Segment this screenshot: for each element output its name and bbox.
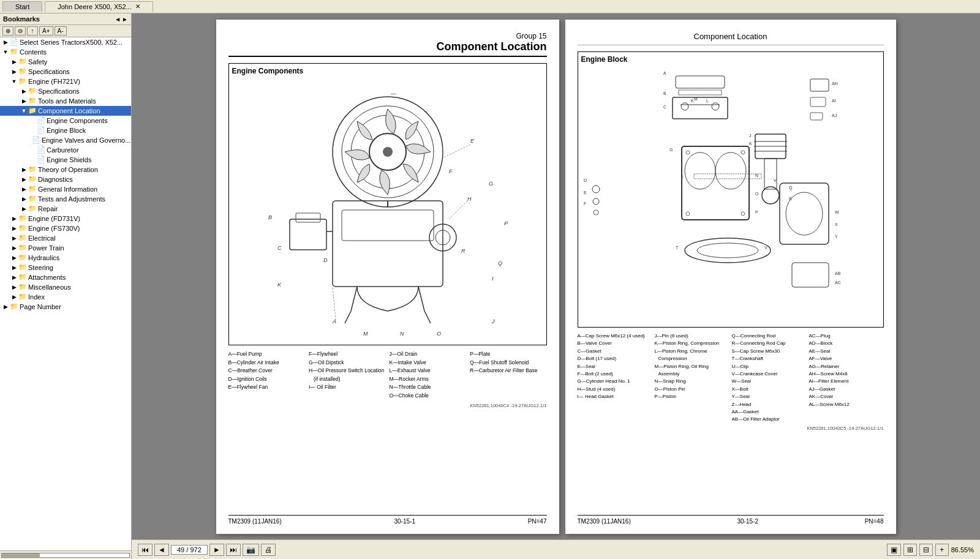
tree-item-electrical[interactable]: ▶ 📁 Electrical	[0, 233, 131, 243]
tree-item-engine-fs730v[interactable]: ▶ 📁 Engine (FS730V)	[0, 223, 131, 233]
tree-item-general-info[interactable]: ▶ 📁 General Information	[0, 184, 131, 194]
legend-left: A—Fuel PumpF—FlywheelJ—Oil DrainP—Plate …	[228, 350, 547, 400]
folder-icon: 📁	[10, 302, 18, 311]
tree-item-steering[interactable]: ▶ 📁 Steering	[0, 263, 131, 272]
tree-item-repair[interactable]: ▶ 📁 Repair	[0, 204, 131, 214]
snapshot-btn[interactable]: 📷	[243, 544, 259, 556]
svg-text:P: P	[504, 220, 508, 227]
svg-text:J: J	[749, 133, 752, 138]
svg-text:J: J	[491, 318, 495, 325]
svg-line-23	[443, 144, 470, 158]
svg-text:C: C	[663, 105, 666, 109]
tree-item-index[interactable]: ▶ 📁 Index	[0, 292, 131, 302]
last-page-btn[interactable]: ⏭	[226, 544, 241, 556]
fit-page-btn[interactable]: ▣	[887, 544, 901, 556]
right-page-header: Component Location	[578, 32, 884, 45]
ref-left: KN52281,10040C4 -19-27AUG12-1/1	[228, 403, 547, 408]
fit-width-btn[interactable]: ⊞	[903, 544, 917, 556]
zoom-out-btn[interactable]: ⊖	[15, 26, 26, 36]
tree-item-carburetor[interactable]: 📄 Carburetor	[0, 145, 131, 155]
svg-point-47	[715, 152, 746, 189]
tree-item-power-train[interactable]: ▶ 📁 Power Train	[0, 243, 131, 253]
two-page-btn[interactable]: ⊟	[919, 544, 933, 556]
page-icon: 📄	[37, 126, 45, 135]
bookmarks-title: Bookmarks	[3, 15, 40, 23]
tree-item-select-series[interactable]: ▶ 📄 Select Series TractorsX500, X52...	[0, 37, 131, 47]
tree-item-engine-components[interactable]: 📄 Engine Components	[0, 116, 131, 126]
tree-item-engine-shields[interactable]: 📄 Engine Shields	[0, 155, 131, 165]
group-number: Group 15	[228, 32, 547, 40]
svg-rect-8	[296, 213, 320, 222]
svg-text:—: —	[390, 91, 397, 97]
svg-text:O: O	[437, 331, 441, 337]
tree-item-theory[interactable]: ▶ 📁 Theory of Operation	[0, 165, 131, 174]
zoom-in-content-btn[interactable]: +	[935, 544, 949, 556]
font-larger-btn[interactable]: A+	[39, 26, 53, 36]
bottom-nav-bar: ⏮ ◄ ► ⏭ 📷 🖨 ▣ ⊞ ⊟ + 86.55%	[132, 539, 980, 559]
svg-text:D: D	[323, 257, 328, 263]
pages-container: Group 15 Component Location Engine Compo…	[132, 13, 980, 539]
svg-rect-62	[764, 159, 777, 189]
tab-manual[interactable]: John Deere X500, X52... ✕	[45, 1, 153, 12]
prev-page-btn[interactable]: ◄	[154, 544, 169, 556]
tree-item-page-number[interactable]: ▶ 📁 Page Number	[0, 302, 131, 312]
svg-point-49	[741, 151, 745, 154]
next-page-btn[interactable]: ►	[209, 544, 224, 556]
tab-start[interactable]: Start	[2, 1, 42, 12]
font-smaller-btn[interactable]: A-	[55, 26, 67, 36]
folder-icon: 📁	[18, 263, 27, 272]
nav-prev-btn[interactable]: ◄	[115, 16, 121, 23]
folder-icon: 📁	[28, 165, 37, 174]
svg-text:M: M	[694, 97, 698, 101]
svg-rect-79	[810, 79, 829, 91]
folder-icon: 📁	[18, 244, 27, 252]
nav-next-btn[interactable]: ►	[122, 16, 128, 23]
svg-text:Y: Y	[835, 234, 838, 239]
tree-item-tools-materials[interactable]: ▶ 📁 Tools and Materials	[0, 96, 131, 106]
tree-item-engine-fh721v[interactable]: ▼ 📁 Engine (FH721V)	[0, 77, 131, 86]
tree-item-engine-fd731v[interactable]: ▶ 📁 Engine (FD731V)	[0, 214, 131, 223]
footer-right: TM2309 (11JAN16) 30-15-2 PN=48	[578, 515, 884, 525]
svg-rect-4	[333, 201, 443, 287]
zoom-in-btn[interactable]: ⊕	[2, 26, 13, 36]
svg-point-41	[712, 103, 719, 110]
print-btn[interactable]: 🖨	[261, 544, 276, 556]
tree-item-component-location[interactable]: ▼ 📁 Component Location	[0, 106, 131, 116]
tree-item-safety[interactable]: ▶ 📁 Safety	[0, 57, 131, 67]
tree-item-contents[interactable]: ▼ 📁 Contents	[0, 47, 131, 57]
svg-text:D: D	[584, 178, 587, 182]
go-up-btn[interactable]: ↑	[27, 26, 38, 36]
svg-text:B: B	[268, 214, 272, 220]
folder-icon: 📁	[28, 107, 37, 115]
svg-point-71	[786, 192, 823, 235]
svg-text:G: G	[489, 181, 493, 187]
tree-item-specifications[interactable]: ▶ 📁 Specifications	[0, 67, 131, 77]
svg-line-24	[449, 201, 467, 219]
tree-item-diagnostics[interactable]: ▶ 📁 Diagnostics	[0, 174, 131, 184]
svg-text:AB: AB	[835, 271, 841, 276]
legend-right: A—Cap Screw M6x12 (4 used)J—Pin (6 used)…	[578, 332, 884, 424]
folder-icon: 📁	[18, 293, 27, 301]
svg-text:Q: Q	[498, 260, 502, 266]
tree-item-tests-adjustments[interactable]: ▶ 📁 Tests and Adjustments	[0, 194, 131, 204]
tree-item-engine-block[interactable]: 📄 Engine Block	[0, 126, 131, 135]
page-left: Group 15 Component Location Engine Compo…	[216, 20, 559, 534]
tree-item-engine-spec[interactable]: ▶ 📁 Specifications	[0, 86, 131, 96]
svg-text:R: R	[461, 248, 466, 254]
tree-item-miscellaneous[interactable]: ▶ 📁 Miscellaneous	[0, 282, 131, 292]
tree-item-engine-valves[interactable]: 📄 Engine Valves and Governo...	[0, 135, 131, 145]
svg-point-26	[383, 147, 393, 157]
nav-controls: ⏮ ◄ ► ⏭ 📷 🖨	[138, 544, 276, 556]
svg-point-86	[593, 198, 599, 204]
svg-text:O: O	[755, 192, 759, 196]
tree-item-hydraulics[interactable]: ▶ 📁 Hydraulics	[0, 253, 131, 263]
svg-text:X: X	[835, 222, 838, 227]
tree-item-attachments[interactable]: ▶ 📁 Attachments	[0, 272, 131, 282]
page-input[interactable]	[171, 545, 208, 555]
folder-icon: 📁	[28, 87, 37, 96]
svg-text:K: K	[277, 282, 282, 288]
first-page-btn[interactable]: ⏮	[138, 544, 153, 556]
svg-line-25	[333, 287, 336, 320]
close-icon[interactable]: ✕	[135, 3, 140, 10]
engine-components-diagram: Engine Components	[228, 63, 547, 345]
